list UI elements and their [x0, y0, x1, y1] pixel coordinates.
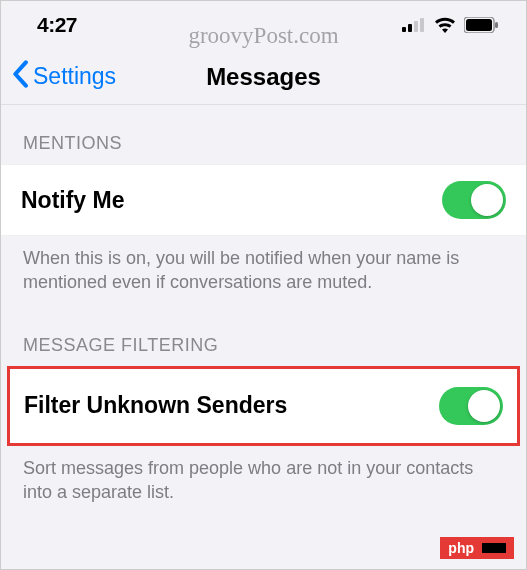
svg-rect-0	[402, 27, 406, 32]
svg-rect-2	[414, 21, 418, 32]
status-bar: 4:27	[1, 1, 526, 49]
status-time: 4:27	[37, 13, 77, 37]
navigation-bar: Settings Messages	[1, 49, 526, 105]
battery-icon	[464, 17, 498, 33]
section-header-filtering: MESSAGE FILTERING	[1, 335, 526, 366]
page-title: Messages	[206, 63, 321, 91]
php-badge-text: php	[448, 540, 474, 556]
section-header-mentions: MENTIONS	[1, 133, 526, 164]
svg-rect-3	[420, 18, 424, 32]
badge-block-icon	[482, 543, 506, 553]
back-label: Settings	[33, 63, 116, 90]
cellular-signal-icon	[402, 18, 426, 32]
svg-rect-6	[495, 22, 498, 28]
mentions-footer: When this is on, you will be notified wh…	[1, 236, 526, 295]
status-icons	[402, 17, 498, 33]
php-badge: php	[440, 537, 514, 559]
svg-rect-5	[466, 19, 492, 31]
chevron-left-icon	[11, 60, 29, 94]
filter-unknown-toggle[interactable]	[439, 387, 503, 425]
svg-rect-1	[408, 24, 412, 32]
wifi-icon	[434, 17, 456, 33]
back-button[interactable]: Settings	[11, 60, 116, 94]
notify-me-label: Notify Me	[21, 187, 125, 214]
filtering-footer: Sort messages from people who are not in…	[1, 446, 526, 505]
filter-unknown-senders-row[interactable]: Filter Unknown Senders	[10, 369, 517, 443]
notify-me-row[interactable]: Notify Me	[1, 164, 526, 236]
filter-unknown-label: Filter Unknown Senders	[24, 392, 287, 419]
highlight-box: Filter Unknown Senders	[7, 366, 520, 446]
notify-me-toggle[interactable]	[442, 181, 506, 219]
